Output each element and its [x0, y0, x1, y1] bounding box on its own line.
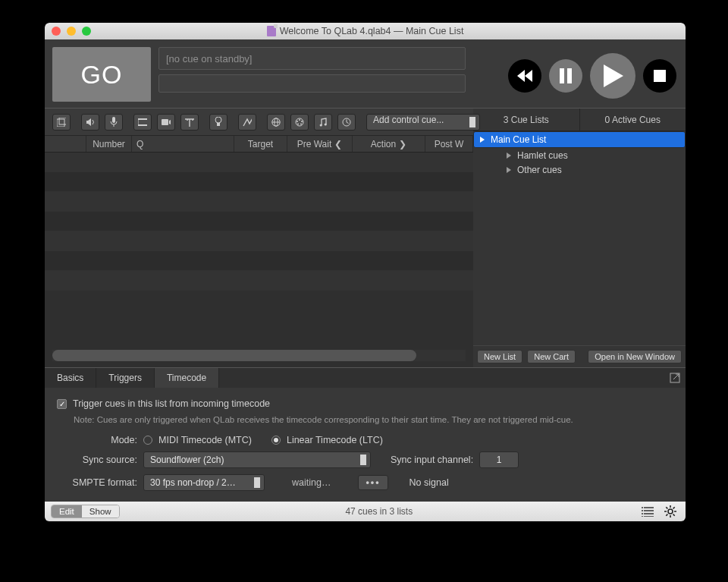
trigger-from-timecode-label: Trigger cues in this list from incoming … — [73, 398, 270, 409]
rewind-button[interactable] — [508, 59, 541, 93]
tab-timecode[interactable]: Timecode — [155, 368, 219, 388]
add-control-cue-select[interactable]: Add control cue... ▲▼ — [366, 114, 480, 131]
zoom-window-button[interactable] — [82, 27, 91, 36]
stop-button[interactable] — [643, 59, 676, 93]
svg-rect-11 — [217, 123, 220, 126]
minimize-window-button[interactable] — [67, 27, 76, 36]
cue-lists-panel: 3 Cue Lists 0 Active Cues Main Cue List … — [473, 108, 686, 367]
svg-point-10 — [215, 117, 221, 123]
svg-point-19 — [300, 123, 302, 124]
close-window-button[interactable] — [52, 27, 61, 36]
svg-rect-2 — [654, 70, 666, 82]
camera-cue-button[interactable] — [157, 114, 175, 131]
chevron-left-icon: ❮ — [334, 139, 342, 149]
midi-cue-button[interactable] — [290, 114, 309, 131]
timecode-menu-button[interactable]: ••• — [358, 475, 388, 490]
sync-channel-input[interactable] — [479, 451, 519, 468]
edit-mode-button[interactable]: Edit — [52, 505, 82, 518]
popout-icon[interactable] — [664, 368, 686, 388]
col-number[interactable]: Number — [86, 136, 132, 152]
fade-cue-button[interactable] — [238, 114, 256, 131]
cue-lists: Main Cue List Hamlet cues Other cues — [473, 131, 686, 345]
gear-icon[interactable] — [661, 505, 679, 518]
light-cue-button[interactable] — [209, 114, 228, 131]
cue-grid-row — [45, 212, 473, 231]
window-title: Welcome To QLab 4.qlab4 — Main Cue List — [45, 26, 686, 36]
smpte-format-select[interactable]: 30 fps non-drop / 2… ▲▼ — [143, 474, 265, 491]
svg-rect-0 — [560, 68, 564, 83]
triangle-right-icon — [507, 167, 511, 173]
audio-cue-button[interactable] — [81, 114, 99, 131]
cue-list-label: Main Cue List — [491, 134, 546, 145]
mic-cue-button[interactable] — [105, 114, 123, 131]
pause-button[interactable] — [549, 59, 582, 93]
col-postwait[interactable]: Post W — [425, 136, 473, 152]
cue-grid-row — [45, 271, 473, 291]
sync-channel-label: Sync input channel: — [391, 455, 473, 465]
play-button[interactable] — [590, 53, 635, 99]
cue-grid-row — [45, 251, 473, 271]
waiting-status: waiting… — [292, 477, 331, 488]
titlebar: Welcome To QLab 4.qlab4 — Main Cue List — [45, 23, 686, 39]
svg-point-17 — [301, 121, 303, 122]
col-q[interactable]: Q — [132, 136, 234, 152]
document-icon — [267, 26, 276, 36]
trigger-from-timecode-checkbox[interactable]: ✓ — [57, 399, 67, 409]
triangle-right-icon — [480, 137, 485, 143]
group-cue-button[interactable] — [52, 114, 71, 131]
mid-section: Add control cue... ▲▼ Number Q Target Pr… — [45, 108, 686, 367]
inspector-tabs: Basics Triggers Timecode — [45, 368, 686, 388]
new-list-button[interactable]: New List — [477, 350, 522, 363]
svg-point-31 — [642, 513, 643, 514]
cue-list-label: Hamlet cues — [517, 150, 568, 161]
go-button[interactable]: GO — [52, 47, 151, 102]
cue-name-input[interactable] — [158, 74, 466, 93]
col-action[interactable]: Action❯ — [353, 136, 425, 152]
col-expand[interactable] — [45, 136, 86, 152]
timecode-cue-button[interactable] — [337, 114, 356, 131]
network-cue-button[interactable] — [267, 114, 285, 131]
tab-basics[interactable]: Basics — [45, 368, 96, 388]
svg-rect-3 — [57, 119, 64, 127]
cue-list-item[interactable]: Other cues — [473, 162, 686, 177]
svg-line-40 — [666, 514, 667, 516]
new-cart-button[interactable]: New Cart — [527, 350, 576, 363]
timecode-note: Note: Cues are only triggered when QLab … — [74, 415, 673, 424]
edit-show-toggle[interactable]: Edit Show — [51, 505, 120, 518]
transport-controls — [473, 39, 686, 108]
svg-point-30 — [642, 510, 643, 511]
standby-cue-display: [no cue on standby] — [158, 47, 466, 70]
top-left: GO [no cue on standby] — [45, 39, 473, 108]
scrollbar-thumb[interactable] — [52, 350, 416, 361]
cue-list-item[interactable]: Main Cue List — [473, 131, 686, 148]
svg-point-20 — [299, 119, 300, 121]
svg-rect-8 — [138, 124, 147, 126]
col-prewait[interactable]: Pre Wait❮ — [287, 136, 353, 152]
svg-point-32 — [642, 516, 643, 517]
mode-mtc-radio[interactable] — [143, 436, 152, 445]
statusbar: Edit Show 47 cues in 3 lists — [45, 502, 686, 521]
active-cues-count: 0 Active Cues — [580, 109, 686, 131]
cue-lists-header: 3 Cue Lists 0 Active Cues — [473, 109, 686, 131]
midi-file-cue-button[interactable] — [314, 114, 332, 131]
mode-ltc-radio[interactable] — [271, 436, 281, 445]
svg-rect-5 — [112, 117, 115, 123]
list-view-icon[interactable] — [639, 507, 657, 517]
tab-triggers[interactable]: Triggers — [96, 368, 155, 388]
video-cue-button[interactable] — [133, 114, 152, 131]
cue-grid[interactable] — [45, 153, 473, 345]
triangle-right-icon — [507, 153, 511, 159]
grid-horizontal-scrollbar[interactable] — [52, 350, 466, 361]
cue-toolbar: Add control cue... ▲▼ — [45, 109, 473, 136]
cue-list-item[interactable]: Hamlet cues — [473, 148, 686, 162]
text-cue-button[interactable] — [180, 114, 199, 131]
sync-source-label: Sync source: — [57, 455, 137, 465]
col-target[interactable]: Target — [234, 136, 287, 152]
cue-summary: 47 cues in 3 lists — [124, 506, 634, 517]
open-in-new-window-button[interactable]: Open in New Window — [588, 350, 682, 363]
show-mode-button[interactable]: Show — [82, 505, 119, 518]
sync-source-select[interactable]: Soundflower (2ch) ▲▼ — [143, 451, 371, 468]
svg-rect-4 — [59, 118, 66, 124]
svg-rect-7 — [138, 118, 147, 120]
svg-point-29 — [642, 507, 643, 508]
